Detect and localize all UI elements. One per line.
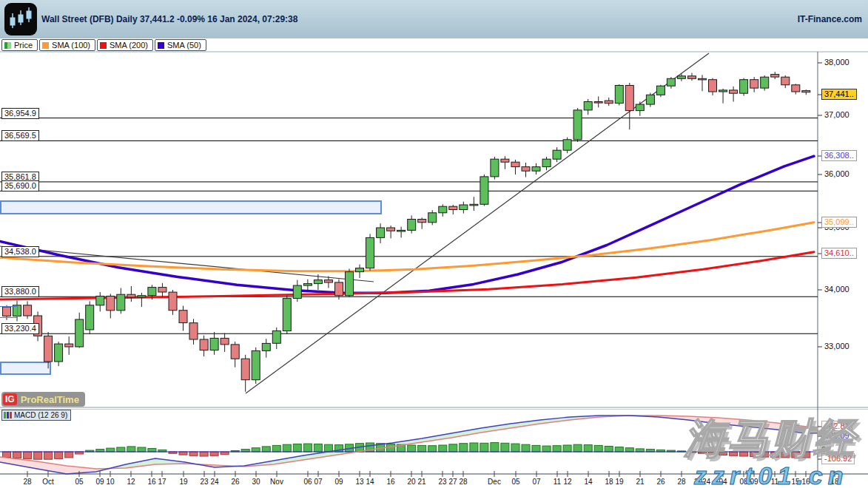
macd-bar xyxy=(439,445,447,452)
x-axis-tick-label: 21 xyxy=(636,478,644,486)
price-level-label[interactable]: 35,690.0 xyxy=(1,180,39,192)
macd-bar xyxy=(65,452,73,458)
candle xyxy=(563,138,571,154)
sma200-value-label: 34,610.. xyxy=(821,248,857,259)
price-level-label[interactable]: 36,954.9 xyxy=(1,108,39,119)
candle xyxy=(169,290,177,315)
macd-bar xyxy=(584,445,592,452)
macd-bar xyxy=(55,452,63,458)
macd-bar xyxy=(303,444,312,452)
macd-bar xyxy=(491,443,499,452)
macd-bar xyxy=(511,444,519,452)
candle xyxy=(573,108,582,142)
candle xyxy=(584,99,592,115)
candle xyxy=(65,336,73,355)
candle xyxy=(750,77,758,92)
candle xyxy=(221,333,229,352)
x-axis-tick-label: 09 xyxy=(95,478,104,486)
candle xyxy=(408,215,416,233)
candle xyxy=(86,301,94,334)
candle xyxy=(117,288,125,314)
price-level-label[interactable]: 34,538.0 xyxy=(1,246,39,257)
candle xyxy=(241,355,249,392)
macd-bar xyxy=(542,446,551,452)
candle xyxy=(532,163,540,174)
candle xyxy=(605,98,613,106)
candle xyxy=(138,293,146,307)
x-axis-tick-label: 07 xyxy=(314,478,322,486)
candle xyxy=(210,332,218,355)
x-axis-tick-label: 26 xyxy=(231,478,239,486)
macd-bar xyxy=(418,445,426,452)
candle xyxy=(272,328,280,349)
sma-200-line xyxy=(0,252,814,299)
x-axis-tick-label: 07 xyxy=(532,478,540,486)
candle xyxy=(460,202,468,214)
trendline xyxy=(0,246,374,282)
x-axis-tick-label: 14 xyxy=(584,478,592,486)
candle xyxy=(439,204,447,217)
ig-logo-icon: IG xyxy=(3,393,17,405)
macd-bar xyxy=(408,445,416,452)
candle xyxy=(656,85,665,97)
candle xyxy=(127,286,135,302)
candle xyxy=(522,163,530,177)
x-axis-tick-label: 18 xyxy=(605,478,613,486)
x-axis-tick-label: 12 xyxy=(563,478,571,486)
macd-bar xyxy=(262,447,270,452)
macd-indicator-tab[interactable]: MACD (12 26 9) xyxy=(1,410,71,421)
macd-bar xyxy=(573,444,582,452)
candle xyxy=(449,205,457,214)
sma50-value-label: 36,308.. xyxy=(821,150,857,161)
macd-bar xyxy=(138,447,146,452)
x-axis-tick-label: Dec xyxy=(488,478,501,486)
macd-bar xyxy=(179,452,187,455)
candle-selection-box[interactable] xyxy=(0,306,18,318)
candle xyxy=(252,348,260,384)
watermark-url: zzrt01.cn xyxy=(694,461,849,488)
y-axis-tick-label: 37,000 xyxy=(824,110,850,119)
macd-bar xyxy=(553,446,561,452)
x-axis-tick-label: 11 xyxy=(554,478,561,486)
candle xyxy=(730,87,738,102)
macd-bar xyxy=(3,452,11,458)
price-level-label[interactable]: 33,880.0 xyxy=(1,286,39,297)
x-axis-tick-label: 14 xyxy=(366,478,374,486)
x-axis-tick-label: 09 xyxy=(334,478,343,486)
prorealtime-badge[interactable]: IG ProRealTime xyxy=(1,392,85,407)
macd-bar xyxy=(387,444,395,453)
candle xyxy=(542,157,551,170)
y-axis-tick-label: 36,000 xyxy=(824,169,850,178)
macd-bar xyxy=(324,444,332,452)
macd-bar xyxy=(460,444,468,452)
last-price-label: 37,441.. xyxy=(821,89,857,100)
macd-bar xyxy=(283,444,291,452)
price-level-label[interactable]: 36,569.5 xyxy=(1,130,39,141)
candle xyxy=(781,75,790,88)
candle xyxy=(667,77,675,89)
candle xyxy=(792,84,800,94)
x-axis-tick-label: 12 xyxy=(127,478,135,486)
candle xyxy=(200,336,208,357)
macd-bar xyxy=(522,444,530,452)
price-level-label[interactable]: 33,230.4 xyxy=(1,323,39,334)
x-axis-tick-label: 16 xyxy=(386,478,394,486)
candle xyxy=(699,75,707,91)
macd-bar xyxy=(148,449,156,453)
candle xyxy=(262,339,270,357)
macd-bar xyxy=(532,445,540,452)
macd-bar xyxy=(96,450,104,452)
candle xyxy=(594,96,602,107)
x-axis-tick-label: Nov xyxy=(270,478,283,486)
y-axis-tick-label: 34,000 xyxy=(824,285,850,294)
prorealtime-label: ProRealTime xyxy=(21,394,79,405)
macd-bar xyxy=(449,444,457,452)
x-axis-tick-label: 23 xyxy=(438,478,446,486)
candle xyxy=(470,197,478,211)
macd-icon xyxy=(4,412,12,418)
macd-bar xyxy=(107,448,115,452)
x-axis-tick-label: 10 xyxy=(106,478,114,486)
x-axis-tick-label: 20 xyxy=(407,478,415,486)
macd-bar xyxy=(210,452,218,455)
x-axis-tick-label: 28 xyxy=(677,478,685,486)
